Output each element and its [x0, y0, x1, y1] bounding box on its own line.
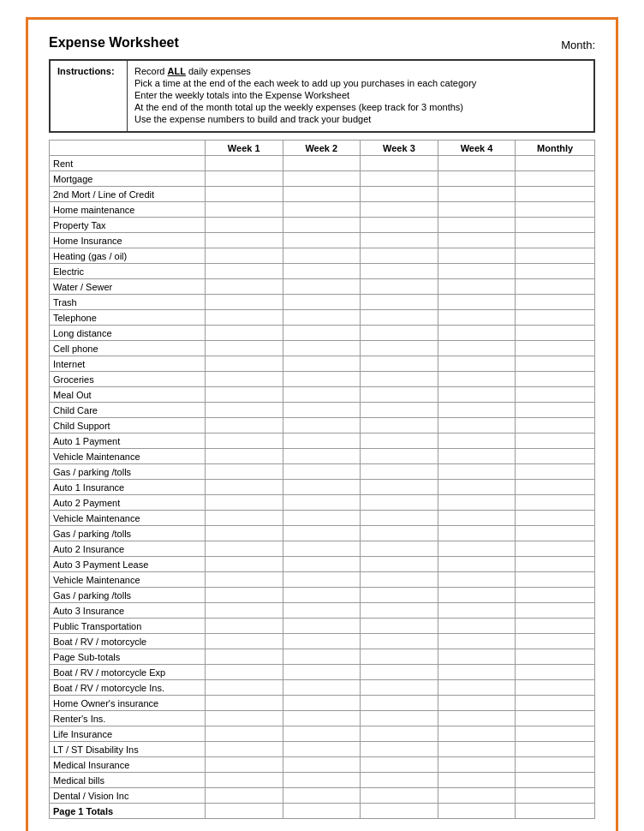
row-cell[interactable] — [516, 341, 595, 356]
row-cell[interactable] — [205, 480, 283, 495]
row-cell[interactable] — [205, 603, 283, 619]
row-cell[interactable] — [438, 418, 516, 433]
row-cell[interactable] — [205, 418, 283, 433]
row-cell[interactable] — [205, 295, 283, 310]
row-cell[interactable] — [438, 588, 516, 603]
row-cell[interactable] — [438, 356, 516, 372]
row-cell[interactable] — [283, 649, 361, 665]
row-cell[interactable] — [361, 264, 438, 279]
row-cell[interactable] — [516, 310, 595, 326]
row-cell[interactable] — [438, 696, 516, 711]
row-cell[interactable] — [516, 480, 595, 495]
row-cell[interactable] — [205, 449, 283, 464]
row-cell[interactable] — [205, 310, 283, 326]
row-cell[interactable] — [361, 603, 438, 619]
row-cell[interactable] — [438, 619, 516, 634]
row-cell[interactable] — [205, 788, 283, 804]
row-cell[interactable] — [438, 264, 516, 279]
row-cell[interactable] — [283, 634, 361, 649]
row-cell[interactable] — [205, 279, 283, 295]
row-cell[interactable] — [205, 757, 283, 773]
row-cell[interactable] — [438, 202, 516, 218]
row-cell[interactable] — [361, 218, 438, 233]
row-cell[interactable] — [205, 649, 283, 665]
row-cell[interactable] — [283, 619, 361, 634]
row-cell[interactable] — [516, 557, 595, 572]
row-cell[interactable] — [438, 387, 516, 403]
row-cell[interactable] — [361, 171, 438, 187]
row-cell[interactable] — [283, 480, 361, 495]
row-cell[interactable] — [516, 757, 595, 773]
row-cell[interactable] — [438, 634, 516, 649]
row-cell[interactable] — [438, 156, 516, 171]
row-cell[interactable] — [361, 156, 438, 171]
row-cell[interactable] — [516, 696, 595, 711]
row-cell[interactable] — [361, 541, 438, 557]
row-cell[interactable] — [283, 433, 361, 449]
row-cell[interactable] — [361, 356, 438, 372]
row-cell[interactable] — [361, 757, 438, 773]
row-cell[interactable] — [516, 541, 595, 557]
row-cell[interactable] — [361, 202, 438, 218]
row-cell[interactable] — [205, 619, 283, 634]
row-cell[interactable] — [283, 202, 361, 218]
row-cell[interactable] — [283, 418, 361, 433]
row-cell[interactable] — [205, 156, 283, 171]
row-cell[interactable] — [438, 757, 516, 773]
row-cell[interactable] — [205, 526, 283, 541]
row-cell[interactable] — [516, 356, 595, 372]
row-cell[interactable] — [438, 464, 516, 480]
row-cell[interactable] — [438, 511, 516, 526]
row-cell[interactable] — [361, 711, 438, 726]
row-cell[interactable] — [516, 711, 595, 726]
row-cell[interactable] — [361, 665, 438, 680]
row-cell[interactable] — [205, 572, 283, 588]
row-cell[interactable] — [283, 603, 361, 619]
row-cell[interactable] — [516, 603, 595, 619]
row-cell[interactable] — [516, 295, 595, 310]
row-cell[interactable] — [516, 788, 595, 804]
row-cell[interactable] — [283, 495, 361, 511]
row-cell[interactable] — [361, 403, 438, 418]
row-cell[interactable] — [361, 372, 438, 387]
row-cell[interactable] — [205, 248, 283, 264]
row-cell[interactable] — [361, 449, 438, 464]
row-cell[interactable] — [438, 449, 516, 464]
row-cell[interactable] — [438, 433, 516, 449]
row-cell[interactable] — [438, 403, 516, 418]
row-cell[interactable] — [438, 541, 516, 557]
row-cell[interactable] — [516, 665, 595, 680]
row-cell[interactable] — [361, 341, 438, 356]
row-cell[interactable] — [438, 248, 516, 264]
row-cell[interactable] — [205, 665, 283, 680]
row-cell[interactable] — [283, 788, 361, 804]
row-cell[interactable] — [438, 187, 516, 202]
row-cell[interactable] — [205, 433, 283, 449]
row-cell[interactable] — [361, 588, 438, 603]
row-cell[interactable] — [205, 372, 283, 387]
row-cell[interactable] — [438, 649, 516, 665]
row-cell[interactable] — [516, 680, 595, 696]
row-cell[interactable] — [283, 511, 361, 526]
row-cell[interactable] — [283, 464, 361, 480]
row-cell[interactable] — [283, 156, 361, 171]
row-cell[interactable] — [516, 187, 595, 202]
totals-cell[interactable] — [205, 804, 283, 819]
row-cell[interactable] — [516, 449, 595, 464]
row-cell[interactable] — [438, 711, 516, 726]
row-cell[interactable] — [361, 680, 438, 696]
totals-cell[interactable] — [516, 804, 595, 819]
row-cell[interactable] — [283, 572, 361, 588]
row-cell[interactable] — [438, 279, 516, 295]
row-cell[interactable] — [438, 773, 516, 788]
row-cell[interactable] — [438, 557, 516, 572]
row-cell[interactable] — [205, 696, 283, 711]
row-cell[interactable] — [438, 480, 516, 495]
row-cell[interactable] — [205, 634, 283, 649]
row-cell[interactable] — [516, 202, 595, 218]
row-cell[interactable] — [283, 233, 361, 248]
row-cell[interactable] — [283, 726, 361, 742]
row-cell[interactable] — [205, 356, 283, 372]
row-cell[interactable] — [516, 773, 595, 788]
row-cell[interactable] — [283, 326, 361, 341]
